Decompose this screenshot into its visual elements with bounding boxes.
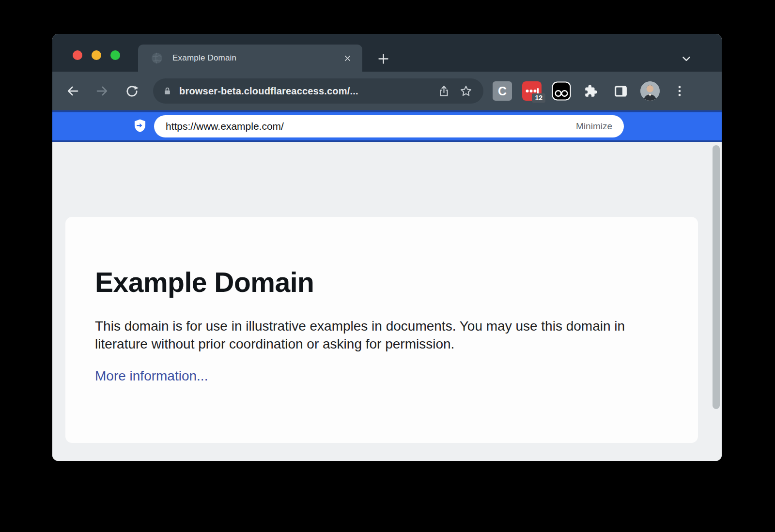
browser-tab[interactable]: Example Domain	[138, 45, 362, 72]
omnibox[interactable]: browser-beta.cloudflareaccess.com/...	[153, 78, 483, 104]
page-paragraph: This domain is for use in illustrative e…	[95, 317, 654, 353]
side-panel-button[interactable]	[610, 80, 631, 102]
omnibox-url-text: browser-beta.cloudflareaccess.com/...	[179, 86, 435, 97]
globe-favicon-icon	[151, 52, 163, 64]
extension-c-button[interactable]: C	[492, 80, 513, 102]
share-icon	[437, 85, 450, 98]
plus-icon	[377, 52, 390, 65]
traffic-lights	[73, 50, 120, 60]
isolation-shield-icon	[133, 119, 147, 134]
star-icon	[459, 84, 473, 98]
minimize-button[interactable]: Minimize	[576, 121, 612, 132]
profile-avatar-button[interactable]	[639, 80, 661, 102]
tab-close-button[interactable]	[340, 51, 355, 65]
page-viewport: Example Domain This domain is for use in…	[52, 142, 722, 461]
reload-button[interactable]	[121, 80, 142, 102]
puzzle-icon	[583, 83, 599, 99]
isolation-url-bar: Minimize	[154, 115, 624, 137]
kebab-menu-icon	[673, 84, 686, 98]
isolation-bar: Minimize	[52, 110, 722, 142]
extension-c-icon: C	[493, 81, 512, 101]
tab-search-button[interactable]	[676, 48, 697, 69]
share-button[interactable]	[435, 82, 452, 100]
close-icon	[343, 54, 352, 63]
lock-icon	[162, 86, 173, 97]
minimize-window-button[interactable]	[92, 50, 101, 60]
more-information-link[interactable]: More information...	[95, 368, 208, 384]
reload-icon	[125, 84, 139, 98]
chevron-down-icon	[680, 52, 693, 65]
side-panel-icon	[613, 84, 628, 99]
browser-window: Example Domain	[52, 34, 722, 461]
back-arrow-icon	[65, 84, 80, 98]
forward-arrow-icon	[95, 84, 109, 98]
browser-toolbar: browser-beta.cloudflareaccess.com/... C	[52, 72, 722, 110]
browser-menu-button[interactable]	[669, 80, 690, 102]
two-circles-icon	[552, 81, 571, 101]
extensions-menu-button[interactable]	[580, 80, 602, 102]
new-tab-button[interactable]	[372, 48, 394, 69]
desktop-background: Example Domain	[0, 0, 775, 532]
back-button[interactable]	[62, 80, 83, 102]
avatar	[640, 81, 660, 101]
page-heading: Example Domain	[95, 267, 668, 298]
extension-black-circles-button[interactable]	[551, 80, 572, 102]
extension-red-dots-button[interactable]: 12	[521, 80, 542, 102]
red-dots-icon: 12	[522, 81, 542, 101]
tab-title: Example Domain	[172, 53, 236, 63]
close-window-button[interactable]	[73, 50, 82, 60]
extension-badge: 12	[532, 93, 545, 103]
isolation-url-input[interactable]	[166, 121, 568, 132]
zoom-window-button[interactable]	[110, 50, 120, 60]
tab-strip: Example Domain	[52, 34, 722, 72]
bookmark-button[interactable]	[457, 82, 475, 100]
forward-button[interactable]	[92, 80, 113, 102]
content-card: Example Domain This domain is for use in…	[65, 217, 698, 443]
scrollbar-thumb[interactable]	[713, 145, 720, 409]
